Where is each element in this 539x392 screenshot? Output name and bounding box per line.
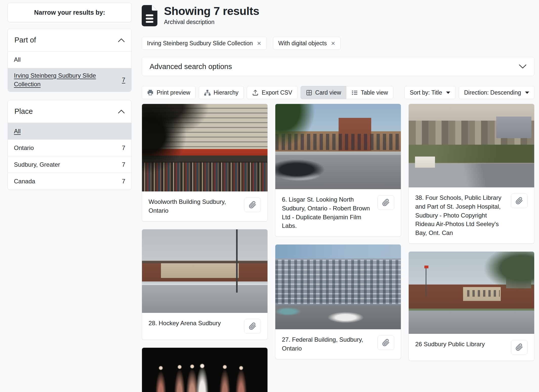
chevron-down-icon xyxy=(519,64,527,69)
attachment-button[interactable] xyxy=(244,198,261,212)
print-preview-label: Print preview xyxy=(157,89,190,96)
card-view-button[interactable]: Card view xyxy=(301,86,346,99)
table-view-button[interactable]: Table view xyxy=(346,86,393,99)
active-filters: Irving Steinberg Sudbury Slide Collectio… xyxy=(142,37,534,50)
sort-by-dropdown[interactable]: Sort by: Title xyxy=(404,86,455,99)
attachment-button[interactable] xyxy=(511,193,528,208)
results-main: Showing 7 results Archival description I… xyxy=(142,3,534,392)
paperclip-icon xyxy=(382,199,390,206)
paperclip-icon xyxy=(515,343,523,351)
facet-label: Sudbury, Greater xyxy=(14,160,118,169)
facet-count: 7 xyxy=(122,161,125,168)
paperclip-icon xyxy=(515,197,523,205)
facet-link-label[interactable]: All xyxy=(14,127,122,136)
attachment-button[interactable] xyxy=(244,319,261,334)
card-body: 28. Hockey Arena Sudbury xyxy=(142,313,267,340)
facet-link-label[interactable]: Irving Steinberg Sudbury Slide Collectio… xyxy=(14,71,118,89)
result-title-link[interactable]: Woolworth Building Sudbury, Ontario xyxy=(149,198,240,215)
attachment-button[interactable] xyxy=(511,340,528,355)
remove-filter-icon[interactable]: ✕ xyxy=(257,41,261,46)
facet-place-all[interactable]: All xyxy=(8,123,131,140)
federal-building-photo[interactable] xyxy=(275,245,401,329)
result-card: 38. Four Schools, Public Library and Par… xyxy=(408,104,534,244)
result-title-link[interactable]: 27. Federal Building, Sudbury, Ontario xyxy=(282,335,373,353)
facet-place-canada[interactable]: Canada 7 xyxy=(8,173,131,190)
archival-description-document-icon xyxy=(142,5,157,26)
card-body: 26 Sudbury Public Library xyxy=(409,334,534,361)
filter-tag-label: With digital objects xyxy=(278,40,327,47)
night-figures-photo[interactable] xyxy=(142,348,267,392)
sudbury-public-library-photo[interactable] xyxy=(409,252,534,334)
facet-count: 7 xyxy=(122,144,125,151)
lisgar-street-photo[interactable] xyxy=(275,104,401,189)
part-of-facet-panel: Part of All Irving Steinberg Sudbury Sli… xyxy=(8,29,132,92)
direction-dropdown[interactable]: Direction: Descending xyxy=(459,86,534,99)
result-card: 6. Lisgar St. Looking North Sudbury, Ont… xyxy=(275,104,401,237)
narrow-results-title: Narrow your results by: xyxy=(34,9,105,16)
chevron-up-icon xyxy=(118,38,125,42)
page-title: Showing 7 results xyxy=(164,5,259,18)
place-header[interactable]: Place xyxy=(8,100,131,123)
results-grid: Woolworth Building Sudbury, Ontario 28. … xyxy=(142,104,534,392)
facet-sidebar: Narrow your results by: Part of All Irvi… xyxy=(8,3,132,198)
hierarchy-button[interactable]: Hierarchy xyxy=(199,86,244,99)
result-title-link[interactable]: 6. Lisgar St. Looking North Sudbury, Ont… xyxy=(282,195,373,230)
result-card: Woolworth Building Sudbury, Ontario xyxy=(142,104,268,222)
result-title-link[interactable]: 26 Sudbury Public Library xyxy=(415,340,506,349)
list-icon xyxy=(351,90,358,96)
result-title-link[interactable]: 28. Hockey Arena Sudbury xyxy=(149,319,240,328)
result-card xyxy=(142,347,268,392)
facet-label: Ontario xyxy=(14,144,118,152)
page-subtitle: Archival description xyxy=(164,19,259,26)
paperclip-icon xyxy=(249,201,256,209)
facet-label: Canada xyxy=(14,177,118,186)
caret-down-icon xyxy=(446,92,450,94)
export-csv-label: Export CSV xyxy=(262,89,292,96)
facet-part-of-collection[interactable]: Irving Steinberg Sudbury Slide Collectio… xyxy=(8,68,131,92)
export-csv-button[interactable]: Export CSV xyxy=(247,86,297,99)
hierarchy-icon xyxy=(204,89,211,96)
facet-part-of-all[interactable]: All xyxy=(8,52,131,68)
card-body: 38. Four Schools, Public Library and Par… xyxy=(409,187,534,244)
sort-controls: Sort by: Title Direction: Descending xyxy=(404,86,534,99)
facet-count: 7 xyxy=(122,178,125,185)
card-body: 27. Federal Building, Sudbury, Ontario xyxy=(275,329,401,359)
table-view-label: Table view xyxy=(361,89,388,96)
facet-count: 7 xyxy=(122,76,125,83)
hierarchy-label: Hierarchy xyxy=(214,89,238,96)
grid-icon xyxy=(306,90,312,96)
filter-tag-label: Irving Steinberg Sudbury Slide Collectio… xyxy=(147,40,253,47)
direction-label: Direction: Descending xyxy=(464,89,521,96)
caret-down-icon xyxy=(525,92,529,94)
four-schools-aerial-photo[interactable] xyxy=(409,104,534,187)
card-view-label: Card view xyxy=(315,89,341,96)
part-of-title: Part of xyxy=(14,36,36,44)
facet-place-sudbury-greater[interactable]: Sudbury, Greater 7 xyxy=(8,156,131,173)
place-title: Place xyxy=(14,107,33,116)
advanced-search-toggle[interactable]: Advanced search options xyxy=(142,57,534,76)
narrow-results-panel: Narrow your results by: xyxy=(8,3,132,22)
filter-tag-collection: Irving Steinberg Sudbury Slide Collectio… xyxy=(142,37,267,50)
chevron-up-icon xyxy=(118,110,125,114)
hockey-arena-photo[interactable] xyxy=(142,229,267,313)
facet-place-ontario[interactable]: Ontario 7 xyxy=(8,140,131,156)
part-of-header[interactable]: Part of xyxy=(8,29,131,52)
filter-tag-digital-objects: With digital objects ✕ xyxy=(273,37,341,50)
advanced-search-label: Advanced search options xyxy=(150,62,232,71)
results-column: Woolworth Building Sudbury, Ontario 28. … xyxy=(142,104,268,392)
attachment-button[interactable] xyxy=(378,335,394,350)
print-preview-button[interactable]: Print preview xyxy=(142,86,196,99)
place-facet-panel: Place All Ontario 7 Sudbury, Greater 7 C… xyxy=(8,100,132,190)
remove-filter-icon[interactable]: ✕ xyxy=(331,41,335,46)
result-card: 27. Federal Building, Sudbury, Ontario xyxy=(275,244,401,359)
card-body: 6. Lisgar St. Looking North Sudbury, Ont… xyxy=(275,189,401,236)
page-header: Showing 7 results Archival description xyxy=(142,5,534,28)
attachment-button[interactable] xyxy=(378,195,394,210)
result-card: 26 Sudbury Public Library xyxy=(408,251,534,361)
result-title-link[interactable]: 38. Four Schools, Public Library and Par… xyxy=(415,193,506,237)
paperclip-icon xyxy=(249,322,256,330)
woolworth-building-street-scene-photo[interactable] xyxy=(142,104,267,191)
result-card: 28. Hockey Arena Sudbury xyxy=(142,229,268,340)
results-toolbar: Print preview Hierarchy Export CSV xyxy=(142,86,534,99)
page-header-text: Showing 7 results Archival description xyxy=(164,5,259,26)
